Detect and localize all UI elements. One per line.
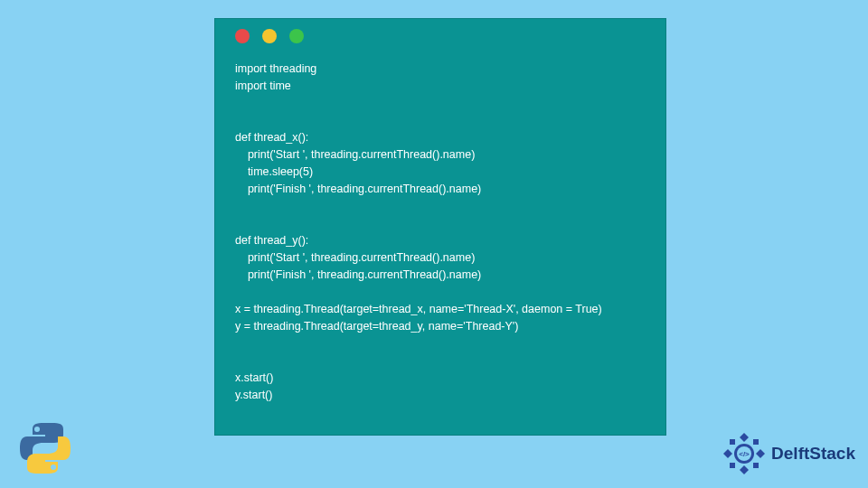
svg-marker-5: [753, 439, 759, 445]
maximize-icon[interactable]: [289, 29, 304, 43]
svg-marker-3: [756, 449, 765, 458]
brand-name: DelftStack: [771, 444, 855, 464]
svg-marker-0: [740, 433, 749, 442]
svg-marker-7: [753, 463, 759, 468]
code-body: import threading import time def thread_…: [215, 53, 665, 404]
brand: </> DelftStack: [722, 432, 855, 475]
python-logo-icon: [16, 419, 74, 477]
svg-marker-2: [723, 449, 732, 458]
close-icon[interactable]: [235, 29, 250, 43]
window-titlebar: [215, 19, 665, 53]
svg-marker-6: [730, 463, 735, 468]
svg-text:</>: </>: [739, 450, 750, 458]
svg-marker-4: [730, 439, 735, 445]
svg-marker-1: [740, 465, 749, 474]
code-window: import threading import time def thread_…: [214, 18, 666, 436]
minimize-icon[interactable]: [262, 29, 277, 43]
delftstack-logo-icon: </>: [722, 432, 766, 475]
